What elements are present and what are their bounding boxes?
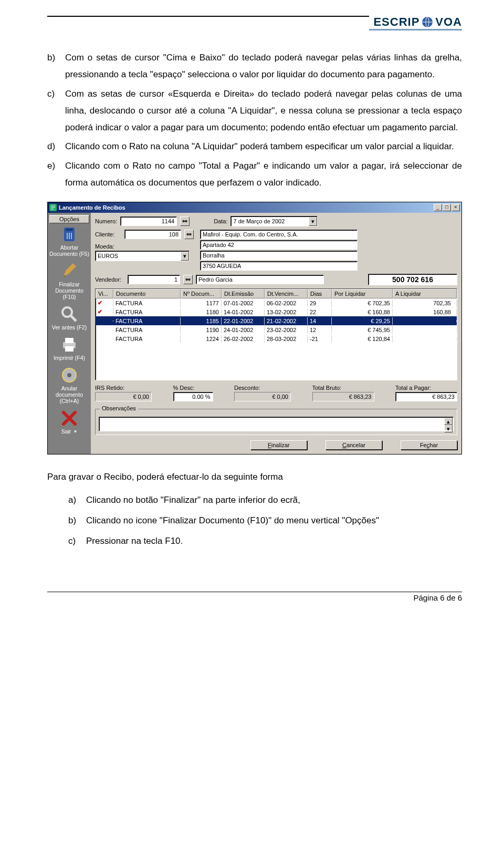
- trash-icon: [60, 225, 78, 243]
- obs-label: Observações: [100, 405, 138, 411]
- close-button[interactable]: ×: [452, 204, 460, 211]
- col-emi[interactable]: Dt.Emissão: [222, 289, 265, 298]
- obs-group: Observações ▴ ▾: [95, 409, 457, 435]
- vendedor-nome[interactable]: [196, 275, 324, 284]
- cancelar-button[interactable]: Cancelar: [326, 440, 382, 450]
- marker-e: e): [47, 158, 65, 192]
- text-b: Com o setas de cursor "Cima e Baixo" do …: [65, 49, 462, 84]
- table-row[interactable]: FACTURA118522-01-200221-02-200214€ 29,25: [96, 316, 457, 325]
- pdesc-value[interactable]: [173, 392, 213, 401]
- table-row[interactable]: FACTURA119024-01-200223-02-200212€ 745,9…: [96, 325, 457, 334]
- desc-label: Desconto:: [234, 385, 291, 391]
- nif-display: [368, 274, 457, 285]
- minimize-button[interactable]: _: [434, 204, 442, 211]
- recibos-window: Lançamento de Recibos _ □ × Opções Abort…: [47, 202, 462, 455]
- moeda-value: EUROS: [98, 253, 180, 259]
- after-intro: Para gravar o Recibo, poderá efectuar-lo…: [47, 468, 462, 486]
- numero-input[interactable]: [120, 216, 177, 226]
- col-num[interactable]: Nº Docum...: [181, 289, 222, 298]
- bruto-value: [312, 392, 374, 401]
- marker-d: d): [47, 138, 65, 155]
- marker-a: a): [68, 491, 86, 509]
- logo: ESCRIP VOA: [369, 15, 462, 30]
- svg-point-3: [62, 307, 72, 317]
- text-d: Clicando com o Rato na coluna "A Liquida…: [65, 138, 462, 155]
- text-e: Clicando com o Rato no campo "Total a Pa…: [65, 158, 462, 192]
- table-row[interactable]: ✔FACTURA118014-01-200213-02-200222€ 160,…: [96, 307, 457, 316]
- fechar-button[interactable]: Fechar: [401, 440, 457, 450]
- scrollbar[interactable]: ▴ ▾: [444, 418, 453, 430]
- col-ven[interactable]: Dt.Vencim...: [265, 289, 308, 298]
- sidebar: Opções Abortar Documento (F5) Finalizar …: [48, 213, 91, 454]
- col-doc[interactable]: Documento: [113, 289, 181, 298]
- marker-b: b): [47, 49, 65, 84]
- sidebar-item-cancel[interactable]: Anular documento (Ctrl+A): [49, 366, 89, 404]
- col-vi[interactable]: Vi...: [96, 289, 113, 298]
- sidebar-tab-opcoes[interactable]: Opções: [49, 215, 89, 223]
- pagar-label: Total a Pagar:: [395, 385, 457, 391]
- cliente-label: Cliente:: [95, 231, 121, 237]
- data-label: Data:: [214, 218, 227, 224]
- cliente-nome[interactable]: [200, 230, 358, 239]
- documents-grid[interactable]: Vi... Documento Nº Docum... Dt.Emissão D…: [95, 288, 457, 380]
- grid-empty-area[interactable]: [96, 343, 457, 380]
- col-dia[interactable]: Dias: [308, 289, 332, 298]
- app-icon: [49, 204, 57, 211]
- date-dropdown[interactable]: 7 de Março de 2002 ▾: [230, 216, 318, 226]
- magnifier-icon: [60, 305, 78, 323]
- addr1[interactable]: [200, 240, 358, 250]
- obs-textarea[interactable]: ▴ ▾: [99, 417, 454, 431]
- totals-row: IRS Retido: % Desc: Desconto: Total Brut…: [95, 385, 457, 401]
- printer-icon: [60, 336, 78, 354]
- search-icon[interactable]: [183, 275, 193, 284]
- numero-label: Numero:: [95, 218, 117, 224]
- sidebar-item-finalize[interactable]: Finalizar Documento (F10): [49, 262, 89, 300]
- after-b: Clicando no icone "Finalizar Documento (…: [86, 512, 462, 529]
- marker-b2: b): [68, 512, 86, 529]
- scroll-down-icon[interactable]: ▾: [444, 425, 453, 432]
- sidebar-item-preview[interactable]: Ver antes (F2): [49, 305, 89, 330]
- page-footer: Página 6 de 6: [47, 592, 462, 602]
- sidebar-item-abort[interactable]: Abortar Documento (F5): [49, 225, 89, 257]
- sidebar-item-print[interactable]: Imprimir (F4): [49, 336, 89, 361]
- desc-value: [234, 392, 291, 401]
- instruction-list: b)Com o setas de cursor "Cima e Baixo" d…: [47, 49, 462, 191]
- pagar-value[interactable]: [395, 392, 457, 401]
- date-value: 7 de Março de 2002: [233, 218, 308, 224]
- maximize-button[interactable]: □: [443, 204, 451, 211]
- finalizar-button[interactable]: Finalizar: [250, 440, 307, 450]
- search-icon[interactable]: [184, 230, 194, 239]
- svg-point-8: [67, 373, 71, 377]
- table-row[interactable]: ✔FACTURA117707-01-200206-02-200229€ 702,…: [96, 298, 457, 307]
- window-title: Lançamento de Recibos: [59, 204, 434, 211]
- search-icon[interactable]: [180, 216, 190, 226]
- col-por[interactable]: Por Liquidar: [332, 289, 393, 298]
- sidebar-label: Abortar Documento (F5): [49, 244, 89, 257]
- svg-rect-18: [187, 279, 188, 280]
- after-text: Para gravar o Recibo, poderá efectuar-lo…: [47, 468, 462, 550]
- titlebar[interactable]: Lançamento de Recibos _ □ ×: [48, 202, 461, 213]
- chevron-down-icon[interactable]: ▾: [309, 217, 317, 226]
- main-panel: Numero: Data: 7 de Março de 2002 ▾ Clien…: [91, 213, 461, 454]
- header-rule: ESCRIP VOA: [47, 16, 462, 37]
- marker-c2: c): [68, 532, 86, 550]
- col-liq[interactable]: A Liquidar: [393, 289, 457, 298]
- cliente-input[interactable]: [124, 230, 181, 239]
- svg-rect-5: [65, 338, 74, 343]
- irs-value: [95, 392, 152, 401]
- vendedor-input[interactable]: [128, 275, 180, 284]
- addr3[interactable]: [200, 261, 358, 271]
- table-row[interactable]: FACTURA122426-02-200228-03-2002-21€ 120,…: [96, 334, 457, 343]
- text-c: Com as setas de cursor «Esquerda e Direi…: [65, 86, 462, 137]
- chevron-down-icon[interactable]: ▾: [181, 252, 189, 261]
- moeda-dropdown[interactable]: EUROS ▾: [95, 251, 190, 261]
- sidebar-label: Anular documento (Ctrl+A): [49, 385, 89, 404]
- sidebar-item-exit[interactable]: Sair ▼: [49, 409, 89, 435]
- globe-icon: [421, 15, 434, 29]
- marker-c: c): [47, 86, 65, 137]
- sidebar-label: Finalizar Documento (F10): [49, 281, 89, 300]
- pdesc-label: % Desc:: [173, 385, 213, 391]
- disc-icon: [60, 366, 78, 384]
- addr2[interactable]: [200, 251, 358, 260]
- scroll-up-icon[interactable]: ▴: [444, 418, 453, 425]
